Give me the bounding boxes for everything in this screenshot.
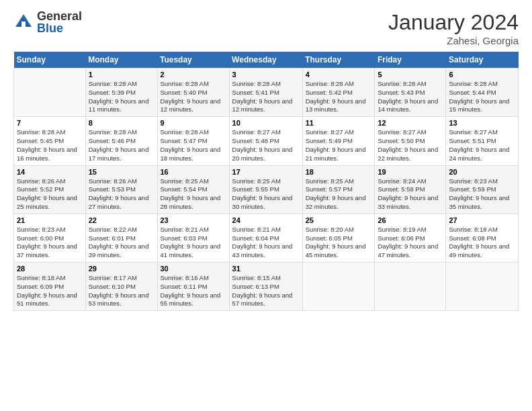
week-row-4: 28Sunrise: 8:18 AMSunset: 6:09 PMDayligh… <box>14 263 519 311</box>
day-number: 12 <box>378 119 443 127</box>
day-number: 19 <box>378 168 443 176</box>
day-number: 22 <box>89 216 154 224</box>
col-thursday: Thursday <box>302 52 375 68</box>
week-row-3: 21Sunrise: 8:23 AMSunset: 6:00 PMDayligh… <box>14 214 519 262</box>
day-number: 5 <box>378 71 443 79</box>
day-number: 16 <box>161 168 226 176</box>
logo-icon <box>13 12 34 32</box>
day-info: Sunrise: 8:25 AMSunset: 5:54 PMDaylight:… <box>161 177 221 210</box>
cell-w3-d1: 22Sunrise: 8:22 AMSunset: 6:01 PMDayligh… <box>85 214 157 262</box>
day-number: 8 <box>89 119 154 127</box>
cell-w1-d0: 7Sunrise: 8:28 AMSunset: 5:45 PMDaylight… <box>14 117 86 165</box>
col-sunday: Sunday <box>14 52 86 68</box>
title-area: January 2024 Zahesi, Georgia <box>388 10 519 46</box>
day-number: 18 <box>306 168 372 176</box>
day-info: Sunrise: 8:26 AMSunset: 5:53 PMDaylight:… <box>89 177 149 210</box>
day-info: Sunrise: 8:25 AMSunset: 5:57 PMDaylight:… <box>306 177 366 210</box>
day-info: Sunrise: 8:28 AMSunset: 5:44 PMDaylight:… <box>449 80 509 113</box>
cell-w4-d1: 29Sunrise: 8:17 AMSunset: 6:10 PMDayligh… <box>85 263 157 311</box>
cell-w0-d6: 6Sunrise: 8:28 AMSunset: 5:44 PMDaylight… <box>446 68 519 117</box>
cell-w3-d3: 24Sunrise: 8:21 AMSunset: 6:04 PMDayligh… <box>229 214 302 262</box>
cell-w3-d2: 23Sunrise: 8:21 AMSunset: 6:03 PMDayligh… <box>157 214 229 262</box>
location: Zahesi, Georgia <box>388 35 519 46</box>
month-title: January 2024 <box>388 10 519 35</box>
calendar-table: Sunday Monday Tuesday Wednesday Thursday… <box>13 52 519 311</box>
day-info: Sunrise: 8:28 AMSunset: 5:43 PMDaylight:… <box>378 80 438 113</box>
day-number: 11 <box>306 119 372 127</box>
day-info: Sunrise: 8:28 AMSunset: 5:42 PMDaylight:… <box>306 80 366 113</box>
cell-w2-d5: 19Sunrise: 8:24 AMSunset: 5:58 PMDayligh… <box>375 165 446 214</box>
day-number: 27 <box>449 216 515 224</box>
logo-blue-text: Blue <box>37 22 82 34</box>
logo-text: General Blue <box>37 10 82 34</box>
calendar-page: General Blue January 2024 Zahesi, Georgi… <box>0 0 532 411</box>
day-number: 31 <box>232 265 300 273</box>
cell-w0-d4: 4Sunrise: 8:28 AMSunset: 5:42 PMDaylight… <box>302 68 375 117</box>
cell-w2-d2: 16Sunrise: 8:25 AMSunset: 5:54 PMDayligh… <box>157 165 229 214</box>
day-info: Sunrise: 8:23 AMSunset: 5:59 PMDaylight:… <box>449 177 509 210</box>
week-row-0: 1Sunrise: 8:28 AMSunset: 5:39 PMDaylight… <box>14 68 519 117</box>
cell-w1-d1: 8Sunrise: 8:28 AMSunset: 5:46 PMDaylight… <box>85 117 157 165</box>
day-info: Sunrise: 8:27 AMSunset: 5:48 PMDaylight:… <box>232 128 293 161</box>
cell-w3-d0: 21Sunrise: 8:23 AMSunset: 6:00 PMDayligh… <box>14 214 86 262</box>
cell-w0-d1: 1Sunrise: 8:28 AMSunset: 5:39 PMDaylight… <box>85 68 157 117</box>
day-info: Sunrise: 8:15 AMSunset: 6:13 PMDaylight:… <box>232 274 293 307</box>
day-number: 26 <box>378 216 443 224</box>
day-info: Sunrise: 8:28 AMSunset: 5:41 PMDaylight:… <box>232 80 293 113</box>
cell-w3-d4: 25Sunrise: 8:20 AMSunset: 6:05 PMDayligh… <box>302 214 375 262</box>
col-tuesday: Tuesday <box>157 52 229 68</box>
logo-general-text: General <box>37 10 82 22</box>
cell-w3-d5: 26Sunrise: 8:19 AMSunset: 6:06 PMDayligh… <box>375 214 446 262</box>
day-info: Sunrise: 8:21 AMSunset: 6:04 PMDaylight:… <box>232 226 293 259</box>
day-number: 13 <box>449 119 515 127</box>
cell-w0-d0 <box>14 68 86 117</box>
week-row-2: 14Sunrise: 8:26 AMSunset: 5:52 PMDayligh… <box>14 165 519 214</box>
col-friday: Friday <box>375 52 446 68</box>
cell-w1-d5: 12Sunrise: 8:27 AMSunset: 5:50 PMDayligh… <box>375 117 446 165</box>
day-number: 25 <box>306 216 372 224</box>
day-info: Sunrise: 8:25 AMSunset: 5:55 PMDaylight:… <box>232 177 293 210</box>
cell-w1-d6: 13Sunrise: 8:27 AMSunset: 5:51 PMDayligh… <box>446 117 519 165</box>
cell-w1-d3: 10Sunrise: 8:27 AMSunset: 5:48 PMDayligh… <box>229 117 302 165</box>
day-number: 30 <box>161 265 226 273</box>
day-number: 7 <box>17 119 83 127</box>
day-number: 6 <box>449 71 515 79</box>
cell-w4-d0: 28Sunrise: 8:18 AMSunset: 6:09 PMDayligh… <box>14 263 86 311</box>
cell-w2-d0: 14Sunrise: 8:26 AMSunset: 5:52 PMDayligh… <box>14 165 86 214</box>
day-info: Sunrise: 8:20 AMSunset: 6:05 PMDaylight:… <box>306 226 366 259</box>
day-info: Sunrise: 8:28 AMSunset: 5:47 PMDaylight:… <box>161 128 221 161</box>
day-info: Sunrise: 8:23 AMSunset: 6:00 PMDaylight:… <box>17 226 77 259</box>
cell-w4-d4 <box>302 263 375 311</box>
cell-w0-d3: 3Sunrise: 8:28 AMSunset: 5:41 PMDaylight… <box>229 68 302 117</box>
day-info: Sunrise: 8:28 AMSunset: 5:40 PMDaylight:… <box>161 80 221 113</box>
day-info: Sunrise: 8:27 AMSunset: 5:51 PMDaylight:… <box>449 128 509 161</box>
cell-w2-d6: 20Sunrise: 8:23 AMSunset: 5:59 PMDayligh… <box>446 165 519 214</box>
day-info: Sunrise: 8:22 AMSunset: 6:01 PMDaylight:… <box>89 226 149 259</box>
cell-w4-d6 <box>446 263 519 311</box>
day-number: 2 <box>161 71 226 79</box>
cell-w3-d6: 27Sunrise: 8:18 AMSunset: 6:08 PMDayligh… <box>446 214 519 262</box>
col-wednesday: Wednesday <box>229 52 302 68</box>
day-number: 28 <box>17 265 83 273</box>
logo: General Blue <box>13 10 82 34</box>
day-number: 1 <box>89 71 154 79</box>
svg-rect-2 <box>21 21 26 27</box>
day-info: Sunrise: 8:28 AMSunset: 5:46 PMDaylight:… <box>89 128 149 161</box>
cell-w1-d2: 9Sunrise: 8:28 AMSunset: 5:47 PMDaylight… <box>157 117 229 165</box>
header-row: Sunday Monday Tuesday Wednesday Thursday… <box>14 52 519 68</box>
col-saturday: Saturday <box>446 52 519 68</box>
day-number: 3 <box>232 71 300 79</box>
day-info: Sunrise: 8:18 AMSunset: 6:09 PMDaylight:… <box>17 274 77 307</box>
day-info: Sunrise: 8:16 AMSunset: 6:11 PMDaylight:… <box>161 274 221 307</box>
cell-w4-d5 <box>375 263 446 311</box>
cell-w2-d4: 18Sunrise: 8:25 AMSunset: 5:57 PMDayligh… <box>302 165 375 214</box>
day-info: Sunrise: 8:27 AMSunset: 5:50 PMDaylight:… <box>378 128 438 161</box>
col-monday: Monday <box>85 52 157 68</box>
day-number: 15 <box>89 168 154 176</box>
day-number: 20 <box>449 168 515 176</box>
cell-w0-d5: 5Sunrise: 8:28 AMSunset: 5:43 PMDaylight… <box>375 68 446 117</box>
day-number: 23 <box>161 216 226 224</box>
cell-w2-d1: 15Sunrise: 8:26 AMSunset: 5:53 PMDayligh… <box>85 165 157 214</box>
cell-w4-d3: 31Sunrise: 8:15 AMSunset: 6:13 PMDayligh… <box>229 263 302 311</box>
cell-w0-d2: 2Sunrise: 8:28 AMSunset: 5:40 PMDaylight… <box>157 68 229 117</box>
